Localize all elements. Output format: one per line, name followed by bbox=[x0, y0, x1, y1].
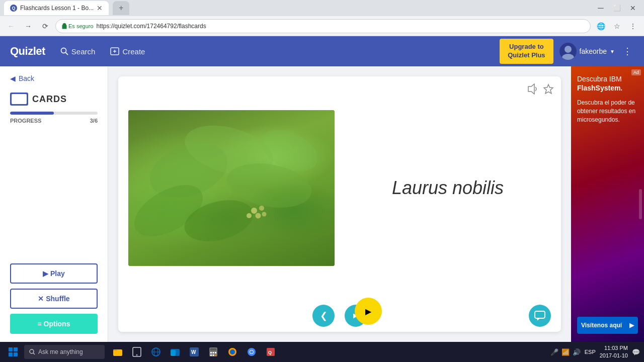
search-icon bbox=[60, 47, 68, 55]
svg-line-1 bbox=[65, 53, 68, 55]
more-btn[interactable]: ⋮ bbox=[626, 19, 640, 33]
svg-point-19 bbox=[256, 213, 261, 219]
ad-title: Descubra IBM FlashSystem. bbox=[577, 74, 638, 93]
svg-rect-46 bbox=[215, 354, 216, 356]
taskbar-system-icons: 🎤 📶 🔊 bbox=[550, 348, 581, 356]
cards-header: CARDS bbox=[10, 93, 98, 106]
taskbar-app-explorer[interactable] bbox=[109, 343, 127, 361]
windows-icon bbox=[9, 347, 18, 356]
calc-icon bbox=[208, 347, 218, 357]
forward-nav-btn[interactable]: → bbox=[21, 19, 35, 33]
tablet-icon bbox=[132, 347, 142, 357]
svg-rect-25 bbox=[9, 352, 13, 356]
bookmark-btn[interactable]: ☆ bbox=[610, 19, 624, 33]
header-right: Upgrade to Quizlet Plus fakeorbe ▼ ⋮ bbox=[500, 39, 634, 64]
other-app-icon: Q bbox=[266, 347, 276, 357]
tab-favicon: Q bbox=[10, 5, 17, 12]
svg-point-21 bbox=[262, 212, 267, 217]
ad-badge: Ad bbox=[631, 69, 641, 75]
svg-rect-45 bbox=[213, 354, 214, 356]
firefox-icon bbox=[227, 347, 237, 357]
svg-rect-41 bbox=[210, 352, 212, 353]
card-actions bbox=[527, 83, 554, 97]
taskbar-search-bar[interactable]: Ask me anything bbox=[24, 345, 105, 359]
browser-titlebar: Q Flashcards Lesson 1 - Bo... ✕ + ─ ⬜ ✕ bbox=[0, 0, 644, 16]
star-button[interactable] bbox=[543, 83, 554, 97]
taskbar-app-files[interactable] bbox=[166, 343, 184, 361]
tab-title: Flashcards Lesson 1 - Bo... bbox=[20, 5, 94, 12]
shuffle-button[interactable]: ✕ Shuffle bbox=[10, 289, 98, 309]
notifications-icon[interactable]: 💬 bbox=[632, 348, 640, 356]
minimize-btn[interactable]: ─ bbox=[594, 1, 608, 15]
ad-arrow-icon: ▶ bbox=[629, 322, 634, 329]
ad-body: Descubra el poder de obtener resultados … bbox=[577, 99, 638, 124]
flashcard[interactable]: Laurus nobilis ❮ ► ▶ bbox=[118, 76, 561, 332]
taskbar-app-calc[interactable] bbox=[204, 343, 222, 361]
main-content: Laurus nobilis ❮ ► ▶ bbox=[108, 66, 571, 342]
card-content: Laurus nobilis bbox=[118, 76, 561, 300]
prev-card-btn[interactable]: ❮ bbox=[312, 305, 335, 327]
svg-point-27 bbox=[30, 349, 34, 353]
username-label: fakeorbe bbox=[580, 47, 607, 55]
leaf-decoration bbox=[128, 110, 335, 266]
taskbar-app-tablet[interactable] bbox=[128, 343, 146, 361]
chat-btn[interactable] bbox=[529, 305, 551, 327]
taskbar-app-other[interactable]: Q bbox=[262, 343, 280, 361]
tab-close-btn[interactable]: ✕ bbox=[97, 4, 103, 12]
play-button[interactable]: ▶ Play bbox=[10, 263, 98, 284]
svg-rect-44 bbox=[210, 354, 212, 356]
language-indicator: ESP bbox=[585, 349, 596, 355]
header-search[interactable]: Search bbox=[60, 47, 96, 56]
svg-text:Q: Q bbox=[268, 350, 272, 355]
restore-btn[interactable]: ⬜ bbox=[610, 1, 624, 15]
translate-btn[interactable]: 🌐 bbox=[594, 19, 608, 33]
leaf-image bbox=[128, 110, 335, 266]
taskbar-search-icon bbox=[29, 349, 35, 355]
new-tab-icon: + bbox=[119, 4, 123, 13]
back-button[interactable]: ◀ Back bbox=[10, 74, 98, 82]
audio-icon bbox=[527, 83, 538, 95]
svg-rect-42 bbox=[213, 352, 214, 353]
user-avatar-area[interactable]: fakeorbe ▼ bbox=[559, 43, 615, 60]
taskbar-app-ie[interactable] bbox=[147, 343, 165, 361]
progress-bar bbox=[10, 112, 98, 115]
svg-rect-8 bbox=[12, 94, 27, 104]
svg-rect-22 bbox=[535, 311, 545, 318]
card-text: Laurus nobilis bbox=[345, 177, 551, 199]
ad-scroll-indicator bbox=[639, 189, 642, 219]
svg-point-17 bbox=[251, 208, 257, 214]
upgrade-button[interactable]: Upgrade to Quizlet Plus bbox=[500, 39, 553, 64]
secure-badge: Es seguro bbox=[62, 23, 94, 29]
window-controls: ─ ⬜ ✕ bbox=[594, 1, 640, 15]
card-term: Laurus nobilis bbox=[392, 177, 504, 199]
refresh-btn[interactable]: ⟳ bbox=[38, 19, 52, 33]
svg-point-0 bbox=[61, 48, 66, 53]
header-more-btn[interactable]: ⋮ bbox=[621, 46, 634, 57]
taskbar-app-firefox[interactable] bbox=[223, 343, 242, 361]
quizlet-logo[interactable]: Quizlet bbox=[10, 45, 45, 58]
taskbar-apps: W bbox=[109, 343, 280, 361]
options-button[interactable]: ≡ Options bbox=[10, 314, 98, 334]
taskbar-search-text: Ask me anything bbox=[38, 348, 83, 355]
audio-button[interactable] bbox=[527, 83, 538, 97]
svg-point-48 bbox=[230, 349, 235, 354]
svg-rect-43 bbox=[215, 352, 216, 353]
taskbar-app-chrome[interactable] bbox=[243, 343, 261, 361]
word-icon: W bbox=[189, 347, 199, 357]
address-bar[interactable]: Es seguro https://quizlet.com/172464792/… bbox=[55, 19, 591, 33]
taskbar-app-word[interactable]: W bbox=[185, 343, 203, 361]
svg-point-18 bbox=[259, 206, 264, 211]
back-nav-btn[interactable]: ← bbox=[4, 19, 18, 33]
explorer-icon bbox=[113, 347, 123, 357]
ad-cta-button[interactable]: Visítenos aquí ▶ bbox=[577, 317, 638, 334]
back-arrow-icon: ◀ bbox=[10, 74, 16, 82]
create-icon bbox=[110, 47, 119, 56]
start-button[interactable] bbox=[4, 344, 22, 359]
header-create[interactable]: Create bbox=[110, 47, 145, 56]
new-tab-btn[interactable]: + bbox=[113, 1, 129, 15]
main-layout: ◀ Back CARDS PROGRESS 3/6 bbox=[0, 66, 644, 342]
close-btn[interactable]: ✕ bbox=[626, 1, 640, 15]
browser-tab[interactable]: Q Flashcards Lesson 1 - Bo... ✕ bbox=[4, 1, 109, 15]
svg-text:W: W bbox=[191, 349, 196, 355]
card-image bbox=[128, 110, 335, 266]
